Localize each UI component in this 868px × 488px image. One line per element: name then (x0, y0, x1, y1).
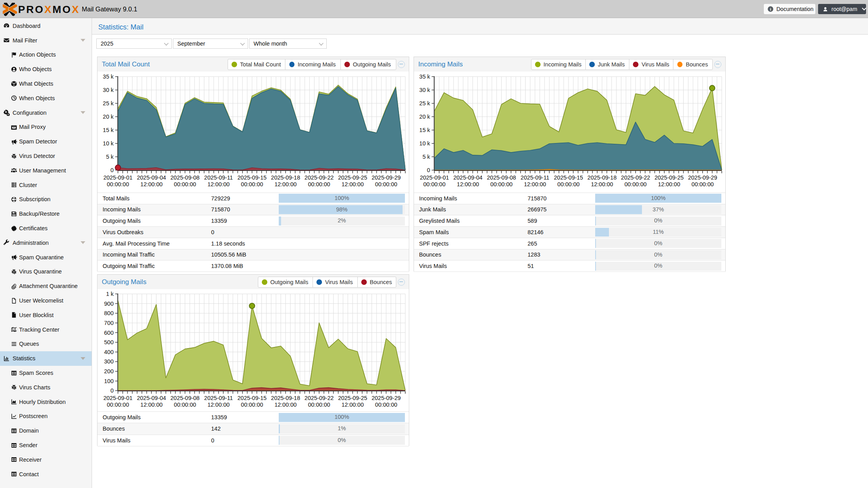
svg-text:2025-09-15: 2025-09-15 (237, 395, 267, 401)
svg-text:300: 300 (104, 358, 114, 365)
svg-text:20 k: 20 k (103, 114, 114, 120)
svg-text:00:00:00: 00:00:00 (308, 402, 330, 408)
svg-text:2025-09-29: 2025-09-29 (371, 395, 401, 401)
svg-text:2025-09-11: 2025-09-11 (204, 395, 233, 401)
svg-text:35 k: 35 k (419, 73, 430, 80)
svg-text:12:00:00: 12:00:00 (524, 181, 546, 187)
svg-text:20 k: 20 k (419, 114, 430, 120)
svg-text:2025-09-11: 2025-09-11 (520, 174, 549, 181)
svg-text:2025-09-29: 2025-09-29 (371, 174, 401, 181)
svg-text:2025-09-04: 2025-09-04 (137, 174, 166, 181)
svg-text:12:00:00: 12:00:00 (140, 402, 162, 408)
svg-text:00:00:00: 00:00:00 (557, 181, 579, 187)
svg-text:2025-09-18: 2025-09-18 (587, 174, 616, 181)
svg-text:12:00:00: 12:00:00 (140, 181, 162, 187)
svg-text:2025-09-25: 2025-09-25 (338, 174, 367, 181)
svg-text:12:00:00: 12:00:00 (658, 181, 680, 187)
svg-text:25 k: 25 k (103, 100, 114, 106)
svg-text:2025-09-08: 2025-09-08 (171, 174, 200, 181)
svg-text:00:00:00: 00:00:00 (241, 181, 263, 187)
svg-text:00:00:00: 00:00:00 (423, 181, 445, 187)
svg-text:00:00:00: 00:00:00 (624, 181, 646, 187)
svg-text:25 k: 25 k (419, 100, 430, 106)
svg-text:500: 500 (104, 339, 114, 345)
svg-text:800: 800 (104, 310, 114, 316)
svg-text:2025-09-18: 2025-09-18 (271, 395, 300, 401)
svg-text:PROXMOX: PROXMOX (18, 4, 80, 15)
svg-text:2025-09-01: 2025-09-01 (420, 174, 449, 181)
svg-text:00:00:00: 00:00:00 (308, 181, 330, 187)
svg-text:2025-09-15: 2025-09-15 (237, 174, 267, 181)
svg-text:2025-09-25: 2025-09-25 (338, 395, 367, 401)
svg-text:12:00:00: 12:00:00 (274, 181, 296, 187)
svg-text:2025-09-22: 2025-09-22 (305, 395, 334, 401)
svg-text:2025-09-18: 2025-09-18 (271, 174, 300, 181)
svg-text:00:00:00: 00:00:00 (375, 181, 397, 187)
svg-text:2025-09-04: 2025-09-04 (137, 395, 166, 401)
svg-text:2025-09-04: 2025-09-04 (453, 174, 482, 181)
svg-text:200: 200 (104, 368, 114, 374)
svg-text:600: 600 (104, 330, 114, 336)
svg-text:00:00:00: 00:00:00 (174, 402, 196, 408)
svg-text:0: 0 (110, 387, 114, 394)
svg-text:10 k: 10 k (103, 140, 114, 147)
svg-text:00:00:00: 00:00:00 (490, 181, 512, 187)
svg-text:2025-09-25: 2025-09-25 (655, 174, 684, 181)
svg-text:1 k: 1 k (106, 291, 114, 297)
svg-text:12:00:00: 12:00:00 (342, 402, 364, 408)
svg-text:100: 100 (104, 378, 114, 384)
svg-text:12:00:00: 12:00:00 (208, 402, 230, 408)
svg-text:2025-09-29: 2025-09-29 (688, 174, 717, 181)
svg-text:12:00:00: 12:00:00 (274, 402, 296, 408)
svg-text:00:00:00: 00:00:00 (691, 181, 714, 187)
svg-text:12:00:00: 12:00:00 (342, 181, 364, 187)
svg-text:700: 700 (104, 320, 114, 326)
svg-text:12:00:00: 12:00:00 (208, 181, 230, 187)
svg-text:00:00:00: 00:00:00 (107, 402, 129, 408)
svg-text:00:00:00: 00:00:00 (174, 181, 196, 187)
svg-text:15 k: 15 k (419, 127, 430, 133)
svg-text:10 k: 10 k (419, 140, 430, 147)
svg-text:2025-09-08: 2025-09-08 (487, 174, 516, 181)
svg-text:12:00:00: 12:00:00 (591, 181, 613, 187)
svg-text:0: 0 (427, 167, 430, 173)
svg-text:400: 400 (104, 349, 114, 355)
svg-text:35 k: 35 k (103, 73, 114, 80)
svg-text:0: 0 (110, 167, 114, 173)
svg-text:00:00:00: 00:00:00 (375, 402, 397, 408)
svg-text:5 k: 5 k (423, 154, 430, 160)
svg-text:2025-09-22: 2025-09-22 (621, 174, 650, 181)
svg-text:2025-09-01: 2025-09-01 (103, 395, 132, 401)
svg-text:30 k: 30 k (419, 87, 430, 93)
svg-text:15 k: 15 k (103, 127, 114, 133)
svg-text:30 k: 30 k (103, 87, 114, 93)
svg-text:2025-09-11: 2025-09-11 (204, 174, 233, 181)
svg-text:2025-09-08: 2025-09-08 (171, 395, 200, 401)
svg-text:2025-09-01: 2025-09-01 (103, 174, 132, 181)
svg-text:900: 900 (104, 301, 114, 307)
svg-text:2025-09-15: 2025-09-15 (554, 174, 583, 181)
svg-text:12:00:00: 12:00:00 (457, 181, 479, 187)
svg-text:00:00:00: 00:00:00 (241, 402, 263, 408)
svg-text:5 k: 5 k (106, 154, 114, 160)
svg-text:2025-09-22: 2025-09-22 (305, 174, 334, 181)
svg-text:00:00:00: 00:00:00 (107, 181, 129, 187)
